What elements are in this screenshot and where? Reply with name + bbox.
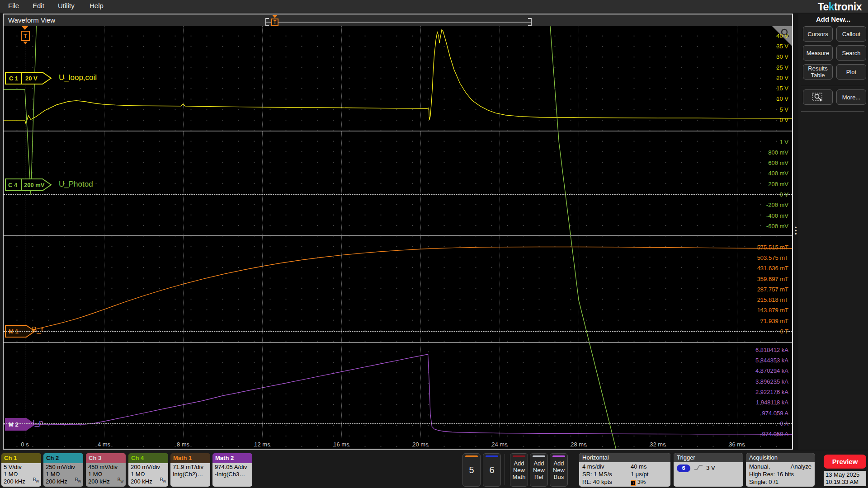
measure-button[interactable]: Measure [803, 45, 833, 61]
zoom-select-button[interactable] [803, 89, 833, 105]
y-tick-label: 400 mV [768, 170, 788, 177]
y-tick-label: -200 mV [766, 202, 788, 208]
y-tick-label: 1 V [779, 139, 788, 145]
badge-math2[interactable]: Math 2 974.05 A/div-Intg(Ch3… [212, 453, 252, 487]
x-gridline [737, 26, 737, 438]
y-tick-label: -400 mV [766, 212, 788, 219]
y-tick-label: 15 V [776, 85, 788, 92]
y-tick-label: 6.818412 kA [755, 347, 788, 353]
y-tick-label: 431.636 mT [757, 265, 788, 272]
oscilloscope-app: File Edit Utility Help Tektronix Wavefor… [0, 0, 868, 488]
svg-text:200 mV: 200 mV [24, 182, 45, 188]
slice-divider [4, 131, 792, 131]
y-tick-label: 10 V [776, 95, 788, 102]
menu-file[interactable]: File [8, 2, 19, 9]
y-tick-label: 5 V [779, 106, 788, 113]
channel-badge-c4[interactable]: C 4 200 mV [5, 178, 52, 192]
y-tick-label: 200 mV [768, 181, 788, 188]
cursors-button[interactable]: Cursors [803, 26, 833, 42]
trace-m1 [4, 247, 792, 332]
acquisition-panel[interactable]: Acquisition Manual, Analyze High Res: 16… [746, 453, 815, 487]
horizontal-overview-bar[interactable]: T [265, 18, 532, 26]
y-tick-label: 2.922176 kA [755, 389, 788, 395]
callout-button[interactable]: Callout [836, 26, 866, 42]
waveform-traces [4, 26, 792, 449]
trace-label-ip[interactable]: I_p [33, 418, 43, 427]
trace-c4 [4, 26, 792, 449]
y-tick-label: 287.757 mT [757, 286, 788, 293]
y-tick-label: 0 V [779, 191, 788, 198]
tektronix-logo: Tektronix [818, 1, 862, 13]
slice-divider [4, 235, 792, 236]
y-tick-label: 3.896235 kA [755, 378, 788, 385]
menu-utility[interactable]: Utility [58, 2, 75, 9]
trigger-pos-icon: T [631, 480, 636, 486]
trace-label-uloopcoil[interactable]: U_loop,coil [59, 73, 97, 82]
rising-edge-icon [694, 464, 703, 471]
add-new-bus-button[interactable]: Add New Bus [550, 453, 568, 487]
trigger-panel-title: Trigger [674, 453, 743, 462]
badge-math1[interactable]: Math 1 71.9 mT/divIntg(Ch2)… [170, 453, 210, 487]
channel-6-button[interactable]: 6 [483, 453, 501, 487]
sidebar-separator [801, 86, 864, 86]
y-tick-label: 600 mV [768, 160, 788, 166]
svg-text:M 2: M 2 [9, 421, 19, 428]
bandwidth-icon: BW [75, 476, 81, 485]
x-tick-label: 24 ms [491, 441, 507, 448]
y-tick-label: -974.059 A [760, 431, 788, 437]
search-button[interactable]: Search [836, 45, 866, 61]
results-table-button[interactable]: Results Table [803, 64, 833, 80]
slice-divider [4, 342, 792, 343]
add-new-title: Add New... [798, 15, 868, 23]
math-badge-m2[interactable]: M 2 [5, 418, 36, 431]
plot-button[interactable]: Plot [836, 64, 866, 80]
badge-ch4[interactable]: Ch 4 200 mV/div1 MΩ200 kHzBW [128, 453, 168, 487]
y-tick-label: 800 mV [768, 149, 788, 156]
svg-text:C 1: C 1 [9, 75, 18, 82]
overview-right-bracket [528, 18, 532, 26]
menu-edit[interactable]: Edit [33, 2, 44, 9]
x-tick-label: 36 ms [729, 441, 745, 448]
trigger-panel[interactable]: Trigger 6 3 V [674, 453, 743, 487]
plot-area[interactable]: T C 1 20 V U_loop,coil C 4 200 mV U_Phot… [4, 26, 792, 449]
x-tick-label: 20 ms [412, 441, 428, 448]
y-tick-label: 0 A [780, 420, 788, 427]
panel-splitter-grip[interactable]: ••• [795, 226, 797, 235]
x-gridline [500, 26, 500, 438]
trigger-source-badge: 6 [677, 465, 690, 472]
x-gridline [420, 26, 421, 438]
zero-line [4, 120, 792, 120]
y-tick-label: 30 V [776, 53, 788, 60]
bandwidth-icon: BW [33, 476, 39, 485]
add-new-ref-button[interactable]: Add New Ref [530, 453, 548, 487]
x-gridline [341, 26, 342, 438]
zero-line [4, 331, 792, 332]
preview-button[interactable]: Preview [824, 455, 866, 469]
trigger-position-marker[interactable]: T [271, 19, 278, 26]
add-new-math-button[interactable]: Add New Math [510, 453, 528, 487]
x-gridline [183, 26, 184, 438]
x-tick-label: 32 ms [650, 441, 665, 448]
y-tick-label: 20 V [776, 75, 788, 81]
y-tick-label: 143.879 mT [757, 307, 788, 314]
settings-bar: Ch 1 5 V/div1 MΩ200 kHzBW Ch 2 250 mV/di… [0, 450, 868, 488]
more-button[interactable]: More... [836, 89, 866, 105]
bus-color-stripe [552, 455, 565, 457]
waveform-view: Waveform View T T C 1 20 V U_loop,coil [3, 14, 793, 450]
badge-ch3[interactable]: Ch 3 450 mV/div1 MΩ200 kHzBW [86, 453, 126, 487]
menu-help[interactable]: Help [90, 2, 104, 9]
badge-ch1[interactable]: Ch 1 5 V/div1 MΩ200 kHzBW [1, 453, 41, 487]
horizontal-panel[interactable]: Horizontal 4 ms/div40 ms SR: 1 MS/s1 µs/… [579, 453, 670, 487]
channel-badge-c1[interactable]: C 1 20 V [5, 71, 52, 85]
trace-label-bt[interactable]: B_t [32, 325, 43, 334]
channel-5-button[interactable]: 5 [462, 453, 481, 487]
trace-m2 [4, 355, 792, 435]
badge-ch2[interactable]: Ch 2 250 mV/div1 MΩ200 kHzBW [43, 453, 83, 487]
y-tick-label: 25 V [776, 64, 788, 71]
x-tick-label: 8 ms [177, 441, 189, 448]
add-new-sidebar: Add New... Cursors Callout Measure Searc… [798, 14, 868, 450]
zero-line [4, 423, 792, 424]
trace-label-uphotod[interactable]: U_Photod [59, 180, 93, 189]
trace-c1 [4, 30, 792, 124]
y-tick-label: 0 T [780, 328, 788, 335]
